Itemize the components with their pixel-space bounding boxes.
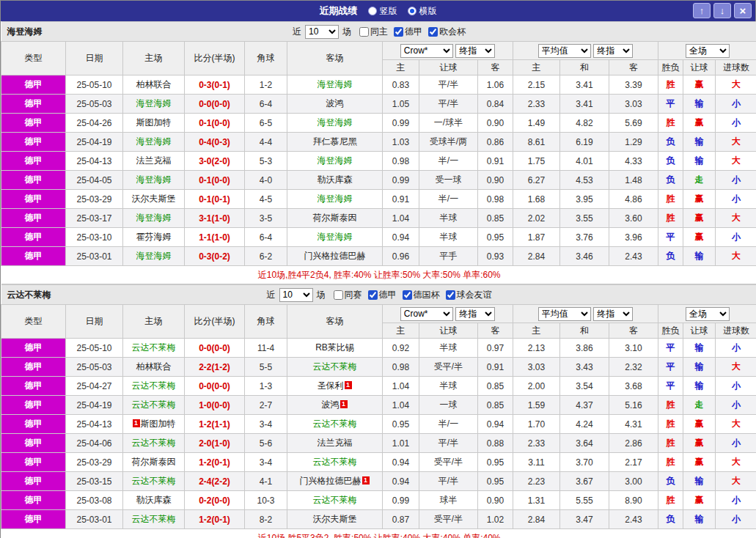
- result-wdl: 胜: [658, 396, 683, 415]
- crown-bookmaker-select[interactable]: Crow*: [400, 307, 453, 321]
- crown-away-odds: 0.85: [478, 396, 513, 415]
- away-team-cell: 门兴格拉德巴赫1: [287, 472, 383, 491]
- filter-球会友谊[interactable]: 球会友谊: [446, 289, 492, 301]
- fullmatch-select[interactable]: 全场: [686, 307, 730, 321]
- filter-checkbox[interactable]: [403, 290, 412, 300]
- column-header-row: 类型 日期 主场 比分(半场) 角球 客场 Crow* 终指 平均值 终指 全场: [1, 305, 756, 323]
- col-header-wdl: 胜负: [658, 323, 683, 339]
- match-row: 德甲25-04-19海登海姆0-4(0-3)4-4拜仁慕尼黑1.03受球半/两0…: [1, 133, 756, 152]
- result-goals: 小: [716, 95, 756, 114]
- avg-away-odds: 2.86: [609, 434, 658, 453]
- result-wdl: 胜: [658, 415, 683, 434]
- result-goals: 小: [716, 396, 756, 415]
- team-name: 云达不莱梅: [132, 342, 176, 353]
- filter-checkbox[interactable]: [446, 290, 455, 300]
- crown-home-odds: 0.94: [383, 453, 419, 472]
- average-final-index-select[interactable]: 终指: [593, 44, 633, 58]
- filter-德甲[interactable]: 德甲: [394, 26, 422, 38]
- league-cell: 德甲: [1, 209, 66, 228]
- radio-vertical-icon[interactable]: [368, 7, 377, 15]
- league-cell: 德甲: [1, 377, 66, 396]
- crown-final-index-select[interactable]: 终指: [455, 44, 495, 58]
- radio-vertical-layout[interactable]: 竖版: [368, 5, 397, 18]
- match-row: 德甲25-03-01云达不莱梅1-2(0-1)8-2沃尔夫斯堡0.87受平/半1…: [1, 510, 756, 529]
- result-handicap: 赢: [683, 228, 716, 247]
- section-header-row: 海登海姆 近 10 场 同主德甲欧会杯: [1, 22, 756, 42]
- recent-results-section: 海登海姆 近 10 场 同主德甲欧会杯 类型 日期 主场 比分(半场) 角球: [1, 21, 756, 284]
- filter-checkbox[interactable]: [394, 27, 403, 37]
- col-header-crown-away: 客: [478, 60, 513, 75]
- filter-checkbox[interactable]: [368, 290, 378, 300]
- handicap-line: 半球: [419, 339, 478, 358]
- avg-home-odds: 1.68: [513, 190, 560, 209]
- average-odds-select[interactable]: 平均值: [538, 44, 591, 58]
- crown-bookmaker-select[interactable]: Crow*: [400, 44, 453, 58]
- corners-cell: 10-3: [245, 491, 287, 510]
- crown-away-odds: 0.91: [478, 358, 513, 377]
- recent-count-select[interactable]: 10: [305, 25, 339, 39]
- radio-horizontal-icon[interactable]: [408, 7, 416, 15]
- home-team-cell: 海登海姆: [123, 171, 185, 190]
- filter-德国杯[interactable]: 德国杯: [403, 289, 440, 301]
- avg-draw-odds: 3.64: [560, 434, 609, 453]
- crown-final-index-select[interactable]: 终指: [455, 307, 495, 321]
- result-wdl: 胜: [658, 75, 683, 95]
- average-final-index-select[interactable]: 终指: [593, 307, 633, 321]
- away-team-cell: 海登海姆: [287, 152, 383, 171]
- away-team-cell: 沃尔夫斯堡: [287, 510, 383, 529]
- down-arrow-icon: ↓: [720, 5, 725, 16]
- league-cell: 德甲: [1, 339, 66, 358]
- league-cell: 德甲: [1, 415, 66, 434]
- date-cell: 25-03-01: [66, 510, 123, 529]
- avg-draw-odds: 4.01: [560, 152, 609, 171]
- filter-同赛[interactable]: 同赛: [334, 289, 362, 301]
- avg-away-odds: 1.48: [609, 171, 658, 190]
- crown-home-odds: 0.98: [383, 152, 419, 171]
- crown-away-odds: 0.88: [478, 434, 513, 453]
- fullmatch-select[interactable]: 全场: [686, 44, 730, 58]
- result-goals: 小: [716, 339, 756, 358]
- league-cell: 德甲: [1, 434, 66, 453]
- crown-odds-group-header: Crow* 终指: [383, 305, 513, 323]
- team-name: 波鸿: [322, 399, 340, 410]
- corners-cell: 1-3: [245, 377, 287, 396]
- filter-checkbox[interactable]: [359, 27, 369, 37]
- team-name: 圣保利: [318, 380, 344, 391]
- match-row: 德甲25-04-131斯图加特1-2(1-1)3-4云达不莱梅0.95半/一0.…: [1, 415, 756, 434]
- avg-draw-odds: 3.95: [560, 190, 609, 209]
- home-team-cell: 法兰克福: [123, 152, 185, 171]
- radio-horizontal-layout[interactable]: 横版: [408, 5, 437, 18]
- team-name: 海登海姆: [318, 194, 353, 204]
- result-handicap: 赢: [683, 190, 716, 209]
- league-cell: 德甲: [1, 510, 66, 529]
- filter-checkbox[interactable]: [428, 27, 438, 37]
- team-name: 沃尔夫斯堡: [313, 514, 357, 524]
- filter-checkbox[interactable]: [334, 290, 343, 300]
- team-name: 门兴格拉德巴赫: [300, 476, 362, 486]
- scroll-up-button[interactable]: ↑: [693, 3, 711, 18]
- match-row: 德甲25-04-27云达不莱梅0-0(0-0)1-3圣保利11.04半球0.85…: [1, 377, 756, 396]
- filter-欧会杯[interactable]: 欧会杯: [428, 26, 466, 38]
- filter-同主[interactable]: 同主: [359, 26, 388, 38]
- result-wdl: 负: [658, 171, 683, 190]
- handicap-line: 半球: [419, 377, 478, 396]
- result-handicap: 赢: [683, 491, 716, 510]
- avg-draw-odds: 3.46: [560, 247, 609, 266]
- recent-count-select[interactable]: 10: [279, 288, 313, 302]
- avg-home-odds: 2.15: [513, 75, 560, 95]
- league-cell: 德甲: [1, 152, 66, 171]
- section-summary: 近10场,胜5平3负2, 胜率:50% 让胜率:40% 大率:40% 单率:40…: [1, 529, 756, 538]
- filter-德甲[interactable]: 德甲: [368, 289, 397, 301]
- away-team-cell: RB莱比锡: [287, 339, 383, 358]
- close-button[interactable]: ×: [734, 3, 752, 18]
- avg-draw-odds: 3.55: [560, 209, 609, 228]
- handicap-line: 一/球半: [419, 114, 478, 133]
- crown-away-odds: 0.90: [478, 491, 513, 510]
- match-row: 德甲25-05-03海登海姆0-0(0-0)6-4波鸿1.05平/半0.842.…: [1, 95, 756, 114]
- col-header-crown-handicap: 让球: [419, 60, 478, 75]
- scroll-down-button[interactable]: ↓: [713, 3, 731, 18]
- average-odds-select[interactable]: 平均值: [538, 307, 591, 321]
- home-team-cell: 海登海姆: [123, 247, 185, 266]
- avg-home-odds: 6.27: [513, 171, 560, 190]
- fullmatch-group-header: 全场: [658, 305, 756, 323]
